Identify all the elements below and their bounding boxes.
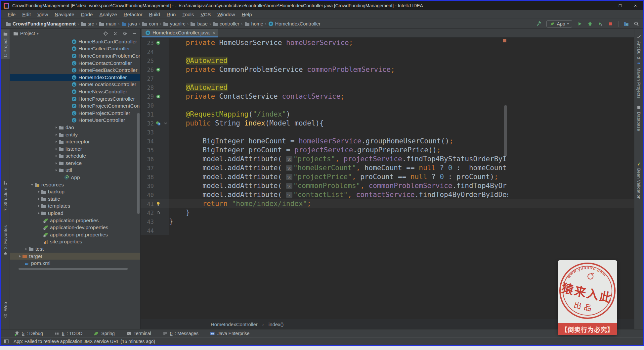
menu-navigate[interactable]: Navigate	[51, 11, 77, 18]
gear-icon[interactable]	[122, 31, 127, 36]
error-stripe-mark[interactable]	[503, 39, 506, 42]
debug-button[interactable]	[587, 21, 593, 26]
menu-file[interactable]: File	[4, 11, 19, 18]
bulb-icon[interactable]	[155, 201, 161, 207]
breadcrumb-item-src[interactable]: src	[81, 21, 94, 26]
build-project-icon[interactable]	[536, 21, 541, 26]
tree-expand-arrow[interactable]	[54, 132, 59, 137]
tree-item-dao[interactable]: dao	[10, 124, 140, 131]
menu-analyze[interactable]: Analyze	[96, 11, 120, 18]
tree-item-homeindexcontroller[interactable]: CHomeIndexController	[10, 74, 140, 81]
stripe-item-2-favorites[interactable]: 2: Favorites	[1, 224, 10, 258]
stripe-item-maven-projects[interactable]: mMaven Projects	[634, 59, 643, 100]
tree-item-site-properties[interactable]: site.properties	[10, 238, 140, 246]
menu-code[interactable]: Code	[78, 11, 96, 18]
stripe-item-1-project[interactable]: 1: Project	[1, 29, 10, 59]
maximize-button[interactable]: □	[613, 1, 628, 10]
tree-expand-arrow[interactable]	[36, 196, 41, 202]
editor-breadcrumb-homeindexcontroller[interactable]: HomeIndexController	[211, 322, 258, 327]
project-tree-horizontal-scrollbar[interactable]	[19, 268, 128, 270]
menu-tools[interactable]: Tools	[179, 11, 197, 18]
menu-window[interactable]: Window	[214, 11, 238, 18]
menu-help[interactable]: Help	[238, 11, 255, 18]
breadcrumb-item-java[interactable]: java	[121, 21, 137, 26]
breadcrumb-item-yuanlrc[interactable]: yuanlrc	[163, 21, 186, 26]
breadcrumb-item-crowdfundingmanagement[interactable]: CrowdFundingManagement	[6, 21, 76, 26]
tree-expand-arrow[interactable]	[24, 246, 28, 252]
tree-item-resources[interactable]: resources	[10, 181, 140, 188]
bean-icon[interactable]	[155, 67, 161, 73]
tree-item-homeprojectcommentcontroller[interactable]: CHomeProjectCommentController	[10, 102, 140, 110]
tree-item-homeusercontroller[interactable]: CHomeUserController	[10, 117, 140, 124]
chevron-down-icon[interactable]: ▾	[37, 31, 39, 36]
tree-expand-arrow[interactable]	[30, 182, 34, 187]
breadcrumb-item-base[interactable]: base	[190, 21, 207, 26]
tree-item-homecontactcontroller[interactable]: CHomeContactController	[10, 60, 140, 67]
run-button[interactable]	[577, 21, 582, 26]
locate-file-icon[interactable]	[103, 31, 108, 36]
tree-item-homebankcardcontroller[interactable]: CHomeBankCardController	[10, 38, 140, 45]
toolwindow-button-todo[interactable]: 6: TODO	[54, 331, 83, 336]
tree-item-backup[interactable]: backup	[10, 188, 140, 195]
menu-view[interactable]: View	[34, 11, 51, 18]
close-tab-icon[interactable]: ×	[213, 30, 215, 35]
toolwindow-button-debug[interactable]: 5: Debug	[14, 331, 43, 336]
tree-item-service[interactable]: service	[10, 160, 140, 167]
tree-expand-arrow[interactable]	[54, 146, 59, 152]
tree-item-homecollectcontroller[interactable]: CHomeCollectController	[10, 45, 140, 53]
tree-expand-arrow[interactable]	[18, 254, 22, 259]
run-with-coverage-button[interactable]	[598, 21, 603, 26]
tree-expand-arrow[interactable]	[36, 189, 41, 194]
bean-icon[interactable]	[155, 94, 161, 99]
hide-panel-icon[interactable]	[132, 31, 137, 36]
toolwindow-button-messages[interactable]: 0: Messages	[162, 331, 198, 336]
tree-item-test[interactable]: test	[10, 245, 140, 253]
breadcrumb-item-com[interactable]: com	[142, 21, 158, 26]
breadcrumb-item-homeindexcontroller[interactable]: CHomeIndexController	[268, 21, 321, 26]
stripe-item-ant-build[interactable]: Ant Build	[634, 32, 643, 61]
tree-item-application-prd-properties[interactable]: application-prd.properties	[10, 231, 140, 238]
tree-item-schedule[interactable]: schedule	[10, 153, 140, 160]
stop-button[interactable]	[608, 21, 613, 26]
tree-item-pom-xml[interactable]: mpom.xml	[10, 260, 140, 267]
menu-vcs[interactable]: VCS	[197, 11, 214, 18]
stripe-item-7-structure[interactable]: 7: Structure	[1, 178, 10, 213]
tree-item-upload[interactable]: upload	[10, 210, 140, 217]
tree-item-homeprogresscontroller[interactable]: CHomeProgressController	[10, 95, 140, 103]
fold-v-icon[interactable]	[163, 121, 168, 126]
tree-expand-arrow[interactable]	[54, 168, 59, 173]
breadcrumb-item-controller[interactable]: controller	[213, 21, 239, 26]
tree-item-homenewscontroller[interactable]: CHomeNewsController	[10, 88, 140, 95]
tree-expand-arrow[interactable]	[54, 161, 59, 166]
editor-breadcrumb-index[interactable]: index()	[269, 322, 284, 327]
menu-refactor[interactable]: Refactor	[120, 11, 146, 18]
close-button[interactable]: ×	[628, 1, 643, 10]
tool-window-toggle-icon[interactable]	[4, 339, 9, 344]
tree-item-util[interactable]: util	[10, 167, 140, 174]
tree-item-homecommonproblemcontroller[interactable]: CHomeCommonProblemController	[10, 52, 140, 60]
project-tree-vertical-scrollbar[interactable]	[137, 113, 140, 214]
tree-item-app[interactable]: App	[10, 174, 140, 181]
bean-icon[interactable]	[155, 40, 161, 46]
fold-end-icon[interactable]	[155, 210, 161, 216]
tree-item-homelocationscontroller[interactable]: CHomeLocationsController	[10, 81, 140, 88]
toolwindow-button-spring[interactable]: Spring	[94, 331, 114, 336]
minimize-button[interactable]: —	[597, 1, 613, 10]
tree-item-application-dev-properties[interactable]: application-dev.properties	[10, 224, 140, 231]
stripe-item-web[interactable]: Web	[1, 300, 10, 320]
project-panel-title[interactable]: Project	[20, 31, 35, 36]
tree-expand-arrow[interactable]	[54, 125, 59, 130]
editor-scrollbar[interactable]	[504, 105, 507, 156]
toolwindow-button-java-enterprise[interactable]: EEJava Enterprise	[210, 331, 249, 336]
tree-item-target[interactable]: target	[10, 253, 140, 260]
tree-item-homeprojectcontroller[interactable]: CHomeProjectController	[10, 110, 140, 117]
tree-item-listener[interactable]: listener	[10, 145, 140, 153]
breadcrumb-item-main[interactable]: main	[99, 21, 116, 26]
tree-expand-arrow[interactable]	[36, 211, 41, 216]
tree-item-static[interactable]: static	[10, 195, 140, 203]
mapping-icon[interactable]	[155, 121, 161, 126]
tree-item-interceptor[interactable]: interceptor	[10, 138, 140, 145]
run-configuration-select[interactable]: App ▾	[546, 20, 572, 27]
tree-item-templates[interactable]: templates	[10, 203, 140, 210]
menu-edit[interactable]: Edit	[19, 11, 34, 18]
